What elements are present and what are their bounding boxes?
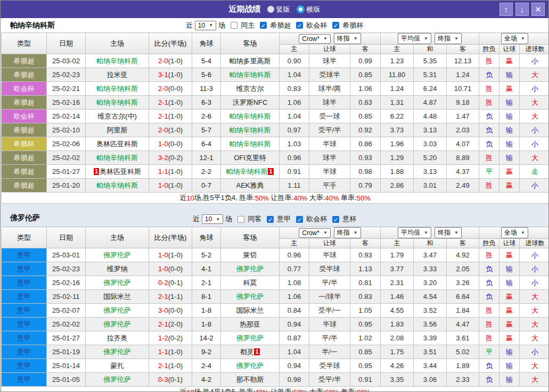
score-cell: 0-3(0-1) (149, 373, 192, 387)
filter-row: 帕纳辛纳科斯 近 10▼ 场 同主 ✓希腊超✓欧会杯✓希腊杯 (1, 18, 548, 32)
league-cell: 希腊超 (2, 54, 47, 68)
result-cell: 负 (479, 137, 499, 151)
europe-odds-cell: 3.51 (414, 345, 447, 359)
handicap-odds-cell: 0.94 (280, 359, 309, 373)
average-select[interactable]: 平均值▼ (398, 227, 431, 238)
checked-checkbox[interactable]: ✓ (332, 22, 339, 29)
checked-checkbox[interactable]: ✓ (260, 22, 267, 29)
away-team: 沃罗斯NFC (221, 96, 280, 110)
europe-odds-cell: 3.03 (414, 137, 447, 151)
result-cell: 负 (479, 68, 499, 82)
result-cell: 输 (499, 373, 520, 387)
average-final-select[interactable]: 终指▼ (435, 33, 462, 44)
radio-selected-icon[interactable] (297, 5, 305, 13)
match-date: 25-01-14 (47, 359, 86, 373)
horizontal-layout-radio[interactable]: 横版 (297, 5, 321, 14)
col-corner: 角球 (192, 33, 221, 54)
handicap-odds-cell: 平/半 (309, 331, 350, 345)
result-cell: 胜 (479, 331, 499, 345)
league-cell: 意甲 (2, 345, 47, 359)
result-cell: 负 (479, 110, 499, 123)
close-icon: ✕ (535, 5, 542, 14)
radio-unselected-icon[interactable] (267, 6, 274, 13)
corners-cell: 5-6 (192, 68, 221, 82)
move-down-button[interactable]: ↓ (515, 3, 529, 16)
handicap-odds-cell: 0.81 (350, 276, 381, 290)
score-cell: 1-0(1-0) (149, 179, 192, 193)
scope-select[interactable]: 全场▼ (501, 33, 528, 44)
away-team: 帕纳辛纳科斯 (221, 110, 280, 123)
match-row: 意甲 25-02-23 维罗纳 1-0(0-0) 4-1 佛罗伦萨 0.77受半… (2, 262, 549, 276)
corners-cell: 6-4 (192, 137, 221, 151)
result-cell: 大 (520, 68, 549, 82)
handicap-odds-cell: 1.11 (280, 179, 309, 193)
result-cell: 胜 (479, 248, 499, 262)
col-away: 客场 (221, 227, 280, 248)
summary-text: 60% (325, 388, 339, 392)
match-date: 25-02-23 (47, 68, 86, 82)
odds-final-select[interactable]: 终指▼ (334, 227, 361, 238)
checked-checkbox[interactable]: ✓ (267, 216, 274, 223)
europe-odds-cell: 4.26 (381, 359, 414, 373)
match-date: 25-01-19 (47, 345, 86, 359)
corners-cell: 6-3 (192, 96, 221, 110)
unchecked-checkbox[interactable] (231, 22, 237, 29)
europe-odds-cell: 3.39 (414, 331, 447, 345)
team-section: 帕纳辛纳科斯 近 10▼ 场 同主 ✓希腊超✓欧会杯✓希腊杯 类型 日期 主场 … (1, 18, 548, 204)
scope-select[interactable]: 全场▼ (501, 227, 528, 238)
score-cell: 2-1(1-1) (149, 290, 192, 304)
handicap-odds-cell: 受半/一 (309, 304, 350, 318)
chevron-down-icon: ▼ (216, 217, 220, 222)
handicap-odds-cell: 半球 (309, 318, 350, 331)
move-up-button[interactable]: ↑ (499, 3, 513, 16)
result-cell: 大 (520, 96, 549, 110)
match-row: 意甲 25-01-14 蒙扎 2-1(1-0) 2-4 佛罗伦萨 0.94受半球… (2, 359, 549, 373)
league-cell: 希腊超 (2, 179, 47, 193)
close-button[interactable]: ✕ (531, 3, 545, 16)
handicap-odds-cell: 0.86 (350, 137, 381, 151)
home-team: 佛罗伦萨 (86, 318, 149, 331)
checked-checkbox[interactable]: ✓ (296, 22, 303, 29)
checked-checkbox[interactable]: ✓ (296, 216, 303, 223)
europe-odds-cell: 3.33 (414, 262, 447, 276)
odds-final-select[interactable]: 终指▼ (334, 33, 361, 44)
result-cell: 输 (499, 262, 520, 276)
away-team: 佛罗伦萨 (221, 331, 280, 345)
handicap-odds-cell: 1.06 (280, 96, 309, 110)
result-cell: 小 (520, 123, 549, 137)
match-count-select[interactable]: 10▼ (195, 21, 216, 30)
near-label: 近 (193, 214, 200, 224)
summary-text: 50% (357, 194, 371, 202)
sub-col-label: 客 (447, 239, 479, 248)
corners-cell: 11-3 (192, 82, 221, 96)
checkbox-label: 欧会杯 (306, 21, 327, 30)
average-final-select[interactable]: 终指▼ (435, 227, 462, 238)
home-team: 佛罗伦萨 (86, 248, 149, 262)
away-team: 热那亚 (221, 318, 280, 331)
europe-odds-cell: 2.08 (381, 331, 414, 345)
score-cell: 2-0(0-0) (149, 82, 192, 96)
checked-checkbox[interactable]: ✓ (332, 216, 339, 223)
score-cell: 2-0(1-0) (149, 54, 192, 68)
home-team: 佛罗伦萨 (86, 304, 149, 318)
odds-provider-select[interactable]: Crow*▼ (299, 34, 331, 44)
vertical-layout-radio[interactable]: 竖版 (267, 5, 290, 14)
chevron-down-icon: ▼ (323, 36, 327, 41)
match-count-select[interactable]: 10▼ (202, 214, 223, 224)
average-select[interactable]: 平均值▼ (398, 33, 431, 44)
handicap-odds-cell: 球半 (309, 96, 350, 110)
result-cell: 负 (479, 276, 499, 290)
chevron-down-icon: ▼ (424, 230, 428, 235)
europe-odds-cell: 4.37 (447, 165, 479, 179)
unchecked-checkbox[interactable] (237, 216, 244, 223)
col-home: 主场 (86, 33, 149, 54)
match-row: 意甲 25-01-19 佛罗伦萨 1-1(1-0) 9-2 都灵1 1.04半/… (2, 345, 549, 359)
corners-cell: 5-7 (192, 123, 221, 137)
league-badge: 意甲 (2, 345, 46, 358)
result-cell: 负 (479, 290, 499, 304)
odds-provider-select[interactable]: Crow*▼ (299, 228, 331, 238)
league-badge: 希腊杯 (2, 137, 46, 151)
page-title: 近期战绩 (229, 4, 261, 14)
league-badge: 意甲 (2, 359, 46, 372)
handicap-odds-cell: 0.98 (280, 373, 309, 387)
